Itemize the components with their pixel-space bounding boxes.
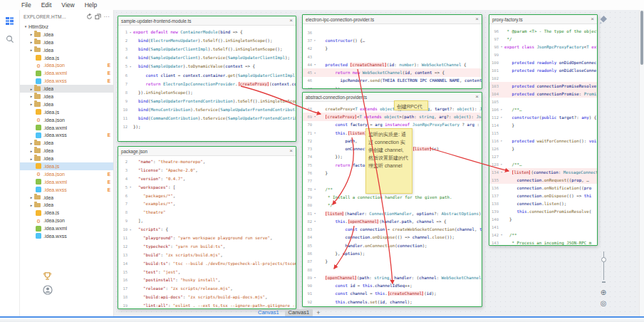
tree-file[interactable]: .idea.wxml xyxy=(20,224,113,232)
code-panel-abstract-connection-provider: abstract-connection-provider.ts×68 creat… xyxy=(302,92,482,307)
close-icon[interactable]: × xyxy=(475,16,479,22)
menu-file[interactable]: File xyxy=(16,1,36,9)
json-file-icon: {} xyxy=(36,218,41,224)
code-line: 112▸ constructor(public target?: any) { xyxy=(489,113,597,121)
tree-file[interactable]: .idea.wxmlE xyxy=(20,178,113,186)
tree-file[interactable]: .idea.wxssE xyxy=(20,77,113,85)
panel-header[interactable]: abstract-connection-provider.ts× xyxy=(303,93,482,102)
tree-folder[interactable]: ▸.idea xyxy=(20,139,113,147)
tree-folder[interactable]: ▸.idea xyxy=(20,93,113,100)
wxss-file-icon xyxy=(36,187,41,192)
caret-icon: ▸ xyxy=(28,149,34,153)
zoom-in-button[interactable]: ⊕ xyxy=(598,288,609,298)
highlighted-token[interactable]: createChannel xyxy=(388,291,423,296)
achievements-icon[interactable] xyxy=(43,271,57,284)
close-icon[interactable]: × xyxy=(591,16,594,22)
highlighted-token[interactable]: listen xyxy=(326,212,343,216)
tree-file[interactable]: .idea.wxss xyxy=(20,232,113,240)
tree-file[interactable]: {}.idea.jsonE xyxy=(20,61,113,69)
code-editor[interactable]: 1▾export default new ContainerModule(bin… xyxy=(118,26,296,131)
code-line: 37▸ constructor() {… xyxy=(303,36,482,44)
panel-header[interactable]: package.json× xyxy=(118,147,296,156)
zoom-reset-button[interactable]: ◎ xyxy=(598,298,609,308)
scrollbar-thumb[interactable] xyxy=(640,11,643,65)
tree-file[interactable]: .idea.wxml xyxy=(20,124,113,132)
tree-file[interactable]: .idea.js xyxy=(20,209,113,217)
highlighted-token[interactable]: createProxy xyxy=(239,82,269,86)
tree-folder[interactable]: ▸.idea xyxy=(20,100,113,108)
tree-folder[interactable]: ▸.idea xyxy=(20,194,113,202)
code-line: 86 }, options); xyxy=(303,249,482,257)
panel-header[interactable]: proxy-factory.ts× xyxy=(489,15,597,24)
brush-icon[interactable] xyxy=(599,14,608,27)
tree-folder[interactable]: ▸.idea xyxy=(20,201,113,209)
code-editor[interactable]: 3637▸ constructor() {…42 }4344▾ protecte… xyxy=(303,24,482,89)
code-line: 79 * Install a connection handler for th… xyxy=(303,193,482,201)
code-line: 103 protected connectionPromiseResolve xyxy=(489,82,597,90)
tree-file[interactable]: {}.idea.json xyxy=(20,116,113,124)
tree-file[interactable]: {}.idea.jsonE xyxy=(20,170,113,178)
vertical-scrollbar[interactable] xyxy=(639,10,644,316)
code-editor[interactable]: 2 "name": "theatre-monorepo",3 "license"… xyxy=(118,156,296,309)
js-file-icon xyxy=(36,55,41,61)
explorer-header: EXPLORER.HTM... ··· xyxy=(20,10,113,23)
code-line: 88 xyxy=(303,266,482,274)
tree-file[interactable]: .idea.js xyxy=(20,162,113,170)
canvas-zoom-slider[interactable] xyxy=(599,250,609,283)
tree-folder[interactable]: ▸.idea xyxy=(20,85,113,93)
json-file-icon: {} xyxy=(36,171,41,177)
tree-file[interactable]: .idea.js xyxy=(20,108,113,116)
panel-header[interactable]: sample-updater-frontend-module.ts× xyxy=(118,16,296,26)
menu-help[interactable]: Help xyxy=(80,1,102,9)
annotation-note[interactable]: 创建RPC代理 xyxy=(394,100,428,110)
tree-file[interactable]: {}.idea.json xyxy=(20,217,113,224)
zoom-slider-end xyxy=(602,281,606,283)
code-line: 36 xyxy=(303,28,482,36)
tree-folder[interactable]: ▸.idea xyxy=(20,38,113,46)
tree-folder[interactable]: ▸.idea xyxy=(20,155,113,162)
highlighted-token[interactable]: createProxy xyxy=(326,115,355,119)
annotation-note[interactable]: 监听的实质是: 通过 connection 实例创建 channel, 然后设置… xyxy=(365,128,412,194)
highlighted-token[interactable]: openChannel xyxy=(348,219,378,224)
code-line: 46 ipcRenderer.send(THEIA_ELECTRON_IPC_C… xyxy=(303,77,482,85)
highlighted-token[interactable]: createChannel xyxy=(350,63,385,67)
folder-icon xyxy=(34,203,41,208)
tree-file[interactable]: .idea.wxssE xyxy=(20,186,113,194)
code-line: 81▾ listen(handler: ConnectionHandler, o… xyxy=(303,209,482,217)
caret-icon: ▸ xyxy=(28,141,34,145)
code-line: 90 const id = this.channelIdSeq++; xyxy=(303,282,482,290)
zoom-slider-handle[interactable] xyxy=(601,257,606,262)
tree-file[interactable]: .idea.wxssE xyxy=(20,131,113,139)
collapse-all-icon[interactable] xyxy=(95,14,101,20)
close-icon[interactable]: × xyxy=(289,148,293,154)
canvas-tab-2[interactable]: Canvas1 xyxy=(285,309,313,316)
menu-edit[interactable]: Edit xyxy=(36,1,57,9)
highlighted-token[interactable]: listen xyxy=(512,170,530,175)
tree-folder[interactable]: ▸.idea xyxy=(20,147,113,155)
panel-header[interactable]: electron-ipc-connection-provider.ts× xyxy=(303,15,482,24)
tree-file[interactable]: .idea.wxmlE xyxy=(20,69,113,77)
highlighted-token[interactable]: listen xyxy=(413,147,431,151)
more-actions-icon[interactable]: ··· xyxy=(103,14,110,20)
tree-folder[interactable]: ▸.idea xyxy=(20,31,113,38)
close-icon[interactable]: × xyxy=(289,18,293,24)
code-line: 85 handler.onConnection(connection); xyxy=(303,242,482,249)
add-canvas-button[interactable]: + xyxy=(315,309,321,316)
highlighted-token[interactable]: openChannel xyxy=(326,276,355,280)
code-line: 45▾ return new WebSocketChannel(id, cont… xyxy=(303,68,482,76)
canvas-tab-1[interactable]: Canvas1 xyxy=(254,309,283,316)
canvas-area[interactable]: sample-updater-frontend-module.ts×1▾expo… xyxy=(114,10,639,316)
tree-folder[interactable]: ▸.idea xyxy=(20,46,113,54)
close-icon[interactable]: × xyxy=(475,94,479,100)
tree-file[interactable]: .idea.js xyxy=(20,54,113,62)
explorer-view-icon[interactable] xyxy=(4,15,16,26)
refresh-icon[interactable] xyxy=(86,14,93,20)
code-line: 7 "examples/*", xyxy=(118,199,296,208)
tree-folder[interactable]: ▾HtlmStxz xyxy=(20,23,113,31)
menu-view[interactable]: View xyxy=(56,1,79,9)
code-editor[interactable]: 96 * @param <T> - The type of the object… xyxy=(489,24,597,246)
account-icon[interactable] xyxy=(43,285,57,298)
highlighted-token[interactable]: listen xyxy=(348,131,366,135)
code-line: 104 protected connectionPromise: Promi xyxy=(489,90,597,98)
search-icon[interactable] xyxy=(4,33,16,45)
